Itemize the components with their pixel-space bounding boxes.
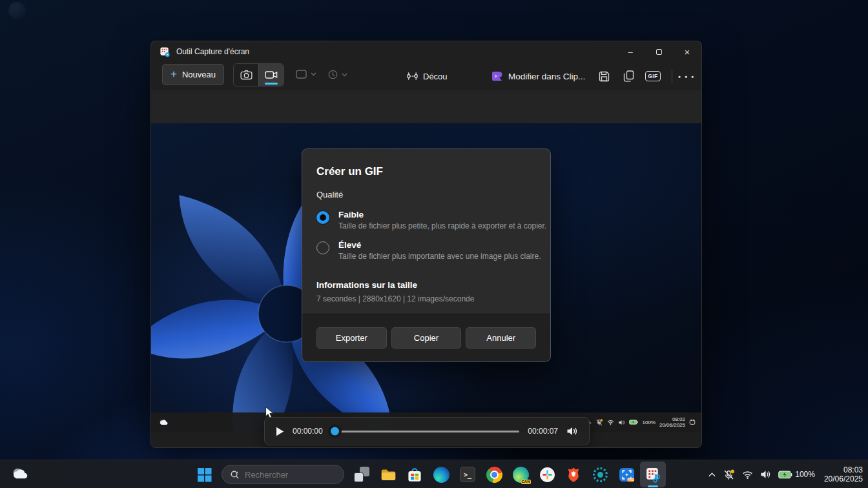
chevron-down-icon: [342, 73, 347, 77]
copy-icon: [623, 70, 634, 82]
battery-icon: [778, 471, 792, 479]
weather-cloud-icon: [11, 466, 28, 482]
search-box[interactable]: [222, 465, 344, 484]
save-button[interactable]: [593, 66, 615, 86]
pro-badge: PRO: [627, 478, 634, 482]
chrome-button[interactable]: [481, 462, 507, 487]
letterbox-top: [151, 90, 701, 123]
current-time: 00:00:00: [293, 427, 323, 436]
volume-tray-icon[interactable]: [760, 470, 771, 479]
snip-shape-icon: [296, 70, 307, 79]
more-options-button[interactable]: ● ● ●: [676, 66, 698, 86]
create-gif-dialog: Créer un GIF Qualité Faible Taille de fi…: [302, 148, 551, 362]
edge-button[interactable]: [428, 462, 454, 487]
task-view-button[interactable]: [349, 462, 375, 487]
video-camera-icon: [265, 70, 278, 79]
new-capture-button[interactable]: + Nouveau: [162, 64, 224, 85]
quality-option-high[interactable]: Élevé Taille de fichier plus importante …: [316, 240, 541, 261]
app-icon: [160, 46, 170, 57]
clipchamp-icon: [491, 72, 503, 81]
window-title: Outil Capture d'écran: [176, 47, 249, 56]
close-button[interactable]: ×: [673, 41, 701, 62]
recorded-time: 08:02: [659, 416, 685, 422]
close-icon: ×: [685, 46, 690, 57]
mouse-cursor: [265, 407, 274, 419]
recorded-pen-menu-icon: [689, 419, 696, 425]
snip-shape-dropdown[interactable]: [296, 70, 316, 79]
create-gif-button[interactable]: GIF: [642, 66, 664, 86]
delay-dropdown[interactable]: [328, 70, 347, 79]
trim-button[interactable]: Décou: [407, 66, 448, 86]
desktop: Outil Capture d'écran – × + Nouveau: [0, 0, 868, 488]
terminal-button[interactable]: >_: [455, 462, 480, 487]
taskbar-center: >_ CAN: [191, 462, 666, 487]
cancel-button[interactable]: Annuler: [466, 327, 536, 349]
snipping-tool-icon: [645, 467, 661, 483]
recorder-app-button[interactable]: [587, 462, 613, 487]
start-button[interactable]: [191, 462, 217, 487]
option-high-label: Élevé: [338, 240, 541, 250]
play-button[interactable]: [276, 427, 284, 436]
edit-in-clipchamp-button[interactable]: Modifier dans Clip...: [491, 66, 585, 86]
minimize-button[interactable]: –: [616, 41, 645, 62]
copy-button[interactable]: [617, 66, 639, 86]
screenshot-pro-button[interactable]: PRO: [614, 462, 639, 487]
seek-slider[interactable]: [331, 431, 520, 432]
window-controls: – ×: [616, 41, 701, 62]
search-input[interactable]: [245, 470, 329, 480]
file-explorer-icon: [380, 468, 397, 482]
camera-icon: [240, 70, 253, 80]
snipping-tool-button[interactable]: [640, 462, 666, 487]
size-info-value: 7 secondes | 2880x1620 | 12 images/secon…: [316, 294, 474, 303]
quality-section-label: Qualité: [316, 190, 343, 199]
desktop-orb: [8, 2, 26, 19]
toolbar: + Nouveau: [151, 62, 701, 90]
maximize-button[interactable]: [645, 41, 673, 62]
widgets-button[interactable]: [11, 466, 28, 484]
photo-mode-button[interactable]: [234, 64, 258, 86]
clock[interactable]: 08:03 20/06/2025: [824, 465, 863, 484]
windows-logo-icon: [197, 467, 212, 482]
trim-icon: [407, 72, 418, 81]
battery-status[interactable]: 100%: [778, 470, 815, 479]
edge-canary-icon: CAN: [513, 467, 529, 483]
microsoft-store-button[interactable]: [402, 462, 428, 487]
dialog-title: Créer un GIF: [316, 165, 383, 178]
option-low-label: Faible: [338, 210, 546, 219]
new-capture-label: Nouveau: [182, 70, 216, 79]
plus-icon: +: [170, 68, 177, 79]
mode-segmented-control: [233, 63, 284, 86]
edge-icon: [433, 467, 450, 483]
trim-label: Décou: [423, 72, 448, 81]
brave-icon: [566, 467, 581, 483]
copy-gif-button[interactable]: Copier: [391, 327, 462, 349]
slack-icon: [539, 467, 555, 483]
export-button[interactable]: Exporter: [316, 327, 387, 349]
chevron-down-icon: [311, 72, 316, 76]
minimize-icon: –: [628, 47, 632, 57]
search-icon: [230, 470, 240, 480]
radio-selected-icon[interactable]: [316, 211, 329, 224]
tray-chevron-up-icon[interactable]: [708, 473, 716, 477]
recorded-widgets-cloud-icon: [159, 419, 168, 426]
taskbar: >_ CAN: [0, 460, 868, 488]
quality-option-low[interactable]: Faible Taille de fichier plus petite, pl…: [316, 210, 546, 230]
file-explorer-button[interactable]: [375, 462, 401, 487]
recorded-system-tray: 100% 08:02 20/06/2025: [586, 416, 696, 428]
seek-thumb[interactable]: [331, 427, 339, 436]
clock-delay-icon: [328, 70, 338, 79]
recorded-volume-icon: [618, 420, 625, 425]
video-mode-button[interactable]: [258, 64, 284, 86]
wifi-icon[interactable]: [742, 471, 753, 479]
canary-badge: CAN: [521, 480, 531, 484]
mic-muted-icon[interactable]: [723, 469, 735, 480]
battery-percent: 100%: [795, 470, 815, 479]
radio-unselected-icon[interactable]: [316, 241, 329, 254]
task-view-icon: [354, 467, 369, 482]
volume-button[interactable]: [566, 427, 578, 436]
maximize-icon: [656, 49, 662, 55]
size-info-title: Informations sur la taille: [316, 280, 417, 290]
slack-button[interactable]: [534, 462, 560, 487]
edge-canary-button[interactable]: CAN: [508, 462, 533, 487]
brave-button[interactable]: [561, 462, 586, 487]
